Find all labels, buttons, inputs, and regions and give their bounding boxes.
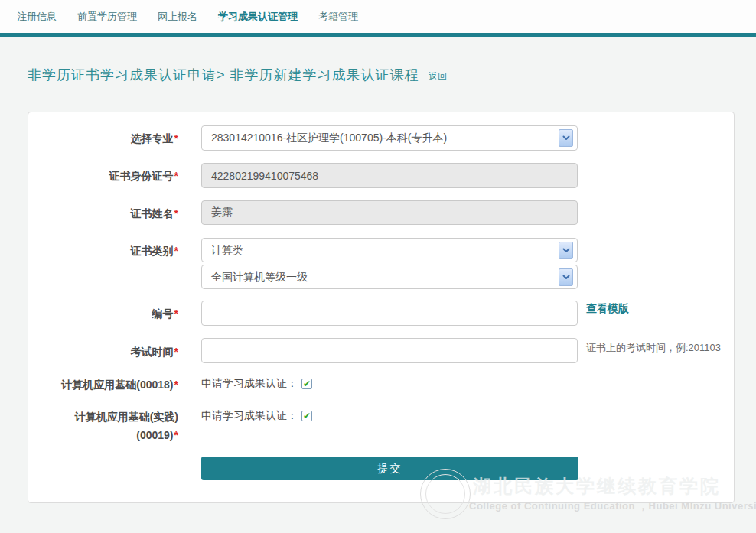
back-link[interactable]: 返回 (429, 71, 447, 82)
id-number-field[interactable] (201, 163, 578, 188)
course2-apply-row: 申请学习成果认证： ✔ (201, 409, 312, 423)
cert-name-label: 证书姓名* (28, 207, 178, 221)
major-select[interactable]: 283014210016-社区护理学(100705)-本科(专升本) (201, 125, 578, 151)
course1-apply-row: 申请学习成果认证： ✔ (201, 377, 312, 391)
breadcrumb: 非学历证书学习成果认证申请> 非学历新建学习成果认证课程 返回 (28, 66, 447, 84)
exam-time-field[interactable] (201, 338, 578, 363)
check-icon: ✔ (303, 379, 311, 388)
top-nav: 注册信息 前置学历管理 网上报名 学习成果认证管理 考籍管理 (0, 0, 756, 33)
cert-type-select-value: 计算类 (211, 239, 243, 262)
course2-checkbox-label: 申请学习成果认证： (201, 409, 298, 423)
number-label: 编号* (28, 307, 178, 321)
view-template-link[interactable]: 查看模版 (586, 302, 629, 316)
tab-exam-record-mgmt[interactable]: 考籍管理 (318, 10, 358, 24)
course1-checkbox-label: 申请学习成果认证： (201, 377, 298, 391)
course2-label-line1: 计算机应用基础(实践) (28, 411, 178, 424)
tab-online-signup[interactable]: 网上报名 (158, 10, 197, 24)
cert-type-select[interactable]: 计算类 (201, 238, 578, 262)
id-number-label: 证书身份证号* (28, 170, 178, 184)
cert-subtype-select-value: 全国计算机等级一级 (211, 265, 308, 289)
tab-register-info[interactable]: 注册信息 (17, 10, 57, 24)
page-title: 非学历证书学习成果认证申请> 非学历新建学习成果认证课程 (28, 67, 419, 83)
check-icon: ✔ (303, 411, 311, 421)
nav-accent-bar (0, 33, 756, 37)
chevron-down-icon[interactable] (559, 268, 573, 286)
watermark-english-text: College of Continuing Education ，Hubei M… (469, 499, 756, 513)
page: 注册信息 前置学历管理 网上报名 学习成果认证管理 考籍管理 非学历证书学习成果… (0, 0, 756, 533)
major-select-value: 283014210016-社区护理学(100705)-本科(专升本) (211, 126, 447, 150)
form-card: 选择专业* 283014210016-社区护理学(100705)-本科(专升本)… (28, 112, 735, 503)
exam-time-hint: 证书上的考试时间，例:201103 (586, 341, 721, 355)
course2-apply-checkbox[interactable]: ✔ (301, 411, 312, 421)
number-field[interactable] (201, 301, 578, 326)
university-seal-inner-ring-icon (425, 474, 465, 514)
course1-apply-checkbox[interactable]: ✔ (301, 379, 312, 389)
cert-name-field[interactable] (201, 200, 578, 225)
cert-type-label: 证书类别* (28, 245, 178, 258)
tab-learning-outcome-mgmt[interactable]: 学习成果认证管理 (218, 10, 298, 24)
major-label: 选择专业* (28, 132, 178, 146)
watermark-chinese-text: 湖北民族大学继续教育学院 (473, 474, 721, 499)
chevron-down-icon[interactable] (559, 242, 573, 259)
course2-label-line2: (00019)* (28, 429, 178, 441)
chevron-down-icon[interactable] (559, 129, 573, 147)
cert-subtype-select[interactable]: 全国计算机等级一级 (201, 265, 578, 289)
course1-label: 计算机应用基础(00018)* (28, 379, 178, 392)
tab-prior-education[interactable]: 前置学历管理 (77, 10, 137, 24)
exam-time-label: 考试时间* (28, 346, 178, 359)
